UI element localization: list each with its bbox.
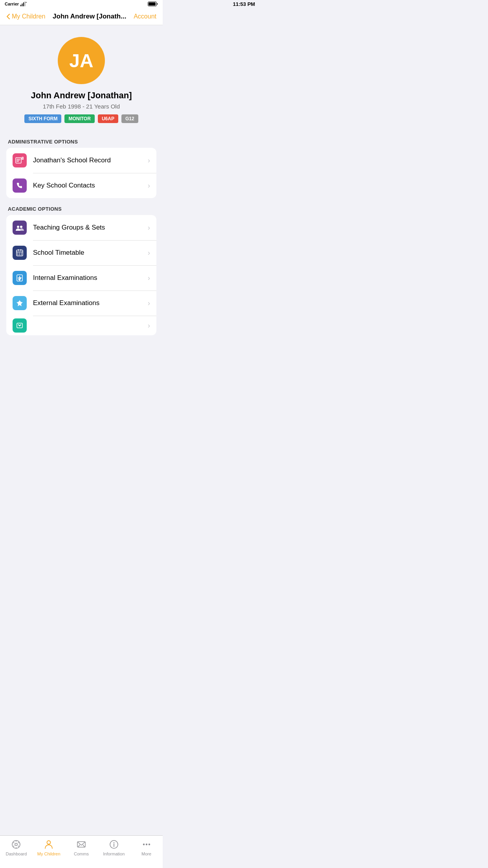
- key-contacts-item[interactable]: Key School Contacts ›: [6, 173, 156, 198]
- status-carrier: Carrier: [5, 2, 27, 6]
- svg-rect-7: [17, 159, 20, 160]
- svg-rect-11: [22, 158, 23, 158]
- badges-container: SIXTH FORM MONITOR U6AP G12: [24, 114, 138, 123]
- svg-point-14: [20, 226, 22, 228]
- svg-rect-2: [23, 2, 24, 6]
- svg-rect-20: [19, 253, 20, 254]
- svg-rect-3: [25, 2, 26, 6]
- academic-section-header: ACADEMIC OPTIONS: [0, 198, 163, 215]
- status-battery: [148, 2, 158, 6]
- svg-point-13: [17, 226, 19, 228]
- svg-rect-24: [21, 254, 22, 255]
- svg-rect-21: [21, 253, 22, 254]
- badge-u6ap: U6AP: [98, 114, 118, 123]
- status-bar: Carrier 11:53 PM: [0, 0, 163, 8]
- teaching-groups-label: Teaching Groups & Sets: [33, 224, 148, 232]
- student-dob: 17th Feb 1998 - 21 Years Old: [43, 103, 120, 110]
- teaching-groups-icon: [13, 221, 27, 235]
- external-exams-icon: [13, 296, 27, 310]
- more-options-icon: [13, 318, 27, 333]
- chevron-icon: ›: [148, 322, 150, 330]
- chevron-icon: ›: [148, 249, 150, 257]
- more-options-item[interactable]: ›: [6, 316, 156, 335]
- chevron-icon: ›: [148, 274, 150, 282]
- main-content: JA John Andrew [Jonathan] 17th Feb 1998 …: [0, 25, 163, 371]
- svg-rect-23: [19, 254, 20, 255]
- svg-rect-5: [149, 2, 156, 6]
- nav-title: John Andrew [Jonath...: [45, 13, 134, 20]
- avatar: JA: [58, 37, 105, 84]
- svg-rect-9: [17, 161, 19, 162]
- key-contacts-label: Key School Contacts: [33, 182, 148, 189]
- external-exams-item[interactable]: External Examinations ›: [6, 291, 156, 316]
- profile-section: JA John Andrew [Jonathan] 17th Feb 1998 …: [0, 25, 163, 131]
- chevron-icon: ›: [148, 156, 150, 165]
- internal-exams-label: Internal Examinations: [33, 274, 148, 282]
- svg-rect-22: [17, 254, 18, 255]
- back-button[interactable]: My Children: [6, 13, 45, 20]
- external-exams-label: External Examinations: [33, 299, 148, 307]
- badge-sixth-form: SIXTH FORM: [24, 114, 61, 123]
- school-record-label: Jonathan's School Record: [33, 156, 148, 164]
- svg-rect-19: [17, 253, 18, 254]
- svg-rect-18: [17, 252, 23, 252]
- student-name: John Andrew [Jonathan]: [31, 90, 132, 101]
- badge-g12: G12: [121, 114, 138, 123]
- svg-rect-8: [17, 160, 20, 161]
- svg-rect-1: [22, 4, 23, 6]
- badge-monitor: MONITOR: [64, 114, 94, 123]
- svg-rect-17: [20, 249, 21, 251]
- avatar-initials: JA: [69, 50, 93, 72]
- svg-rect-12: [22, 158, 23, 159]
- chevron-icon: ›: [148, 182, 150, 190]
- school-timetable-label: School Timetable: [33, 249, 148, 257]
- svg-rect-0: [20, 5, 21, 6]
- school-record-icon: [13, 153, 27, 167]
- teaching-groups-item[interactable]: Teaching Groups & Sets ›: [6, 215, 156, 240]
- school-timetable-icon: [13, 246, 27, 260]
- account-button[interactable]: Account: [134, 13, 156, 20]
- admin-menu-card: Jonathan's School Record › Key School Co…: [6, 148, 156, 198]
- nav-bar: My Children John Andrew [Jonath... Accou…: [0, 8, 163, 25]
- key-contacts-icon: [13, 178, 27, 193]
- admin-section-header: ADMINISTRATIVE OPTIONS: [0, 131, 163, 148]
- chevron-icon: ›: [148, 299, 150, 307]
- svg-rect-16: [18, 249, 19, 251]
- internal-exams-icon: [13, 271, 27, 285]
- back-label: My Children: [12, 13, 45, 20]
- academic-menu-card: Teaching Groups & Sets › School: [6, 215, 156, 335]
- school-timetable-item[interactable]: School Timetable ›: [6, 240, 156, 265]
- internal-exams-item[interactable]: Internal Examinations ›: [6, 265, 156, 291]
- school-record-item[interactable]: Jonathan's School Record ›: [6, 148, 156, 173]
- chevron-icon: ›: [148, 224, 150, 232]
